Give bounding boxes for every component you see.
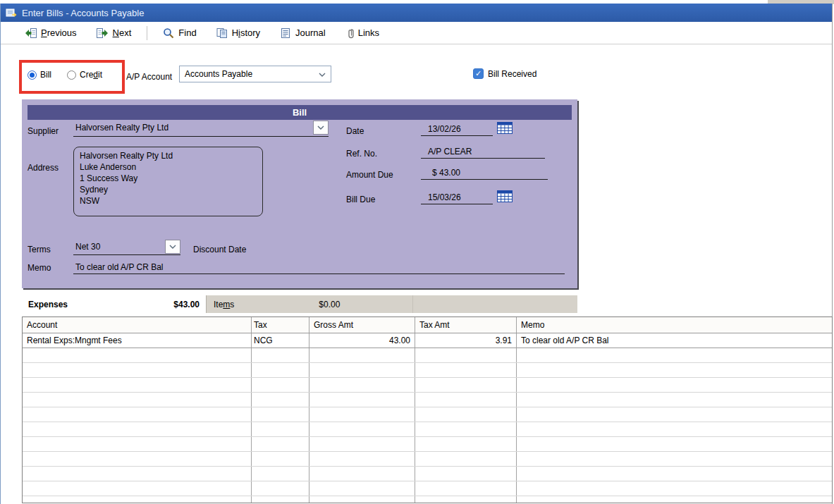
- history-button[interactable]: History: [215, 26, 262, 40]
- ap-account-dropdown[interactable]: Accounts Payable: [179, 66, 331, 82]
- tab-expenses[interactable]: Expenses $43.00: [22, 295, 207, 313]
- cell-memo[interactable]: [517, 363, 832, 377]
- cell-tax[interactable]: [252, 452, 309, 466]
- address-box[interactable]: Halvorsen Realty Pty LtdLuke Anderson1 S…: [73, 147, 263, 216]
- cell-account[interactable]: [23, 378, 252, 392]
- cell-tax_amt[interactable]: 3.91: [415, 333, 517, 348]
- cell-gross_amt[interactable]: 43.00: [309, 333, 415, 348]
- cell-tax_amt[interactable]: [415, 452, 517, 466]
- cell-memo[interactable]: [517, 481, 832, 496]
- column-header-memo[interactable]: Memo: [517, 317, 832, 333]
- cell-tax[interactable]: [252, 363, 309, 377]
- cell-gross_amt[interactable]: [309, 467, 415, 481]
- next-button[interactable]: Next: [95, 26, 133, 40]
- tab-items[interactable]: Items $0.00: [207, 295, 413, 313]
- cell-tax_amt[interactable]: [415, 407, 517, 422]
- cell-memo[interactable]: [517, 393, 832, 407]
- date-field[interactable]: 13/02/26: [421, 121, 493, 136]
- cell-tax[interactable]: NCG: [252, 333, 309, 348]
- cell-tax_amt[interactable]: [415, 422, 517, 436]
- bill-received-control[interactable]: [473, 68, 484, 79]
- table-row[interactable]: [23, 496, 832, 503]
- cell-account[interactable]: [23, 393, 252, 407]
- cell-tax[interactable]: [252, 496, 309, 503]
- cell-account[interactable]: [23, 467, 252, 481]
- cell-gross_amt[interactable]: [309, 452, 415, 466]
- previous-button[interactable]: Previous: [23, 26, 78, 40]
- cell-gross_amt[interactable]: [309, 393, 415, 407]
- cell-gross_amt[interactable]: [309, 422, 415, 436]
- cell-tax_amt[interactable]: [415, 378, 517, 392]
- terms-dropdown[interactable]: Net 30: [73, 239, 180, 255]
- cell-account[interactable]: [23, 363, 252, 377]
- cell-tax_amt[interactable]: [415, 437, 517, 451]
- bill-due-calendar-button[interactable]: [497, 190, 514, 203]
- cell-memo[interactable]: To clear old A/P CR Bal: [517, 333, 832, 348]
- cell-memo[interactable]: [517, 407, 832, 422]
- table-row[interactable]: [23, 422, 832, 437]
- cell-account[interactable]: [23, 496, 252, 503]
- table-row[interactable]: [23, 452, 832, 467]
- cell-memo[interactable]: [517, 422, 832, 436]
- cell-tax[interactable]: [252, 437, 309, 451]
- cell-gross_amt[interactable]: [309, 496, 415, 503]
- amount-due-field[interactable]: $ 43.00: [421, 164, 548, 180]
- cell-gross_amt[interactable]: [309, 407, 415, 422]
- cell-account[interactable]: [23, 481, 252, 496]
- cell-account[interactable]: [23, 407, 252, 422]
- bill-due-field[interactable]: 15/03/26: [421, 189, 493, 204]
- column-header-account[interactable]: Account: [23, 317, 252, 333]
- cell-tax_amt[interactable]: [415, 467, 517, 481]
- links-button[interactable]: Links: [344, 26, 381, 40]
- cell-account[interactable]: [23, 452, 252, 466]
- table-row[interactable]: [23, 378, 832, 393]
- table-row[interactable]: [23, 481, 832, 496]
- cell-gross_amt[interactable]: [309, 481, 415, 496]
- table-row[interactable]: [23, 393, 832, 407]
- cell-account[interactable]: [23, 348, 252, 362]
- cell-tax_amt[interactable]: [415, 496, 517, 503]
- cell-tax_amt[interactable]: [415, 363, 517, 377]
- table-row[interactable]: Rental Exps:Mngmt FeesNCG43.003.91To cle…: [23, 333, 832, 348]
- titlebar[interactable]: Enter Bills - Accounts Payable: [1, 4, 832, 22]
- cell-memo[interactable]: [517, 452, 832, 466]
- cell-tax[interactable]: [252, 422, 309, 436]
- table-row[interactable]: [23, 348, 832, 363]
- cell-tax[interactable]: [252, 481, 309, 496]
- cell-account[interactable]: [23, 422, 252, 436]
- cell-tax[interactable]: [252, 407, 309, 422]
- cell-memo[interactable]: [517, 378, 832, 392]
- memo-field[interactable]: To clear old A/P CR Bal: [73, 259, 565, 274]
- table-row[interactable]: [23, 363, 832, 378]
- cell-tax[interactable]: [252, 348, 309, 362]
- cell-memo[interactable]: [517, 496, 832, 503]
- bill-received-checkbox[interactable]: Bill Received: [473, 68, 536, 79]
- cell-gross_amt[interactable]: [309, 348, 415, 362]
- supplier-dropdown[interactable]: Halvorsen Realty Pty Ltd: [73, 119, 329, 137]
- cell-memo[interactable]: [517, 467, 832, 481]
- date-calendar-button[interactable]: [497, 121, 514, 135]
- cell-tax[interactable]: [252, 378, 309, 392]
- cell-tax_amt[interactable]: [415, 481, 517, 496]
- terms-dropdown-button[interactable]: [165, 240, 180, 254]
- cell-account[interactable]: Rental Exps:Mngmt Fees: [23, 333, 252, 348]
- table-row[interactable]: [23, 407, 832, 422]
- supplier-dropdown-button[interactable]: [313, 121, 329, 135]
- cell-gross_amt[interactable]: [309, 437, 415, 451]
- table-row[interactable]: [23, 437, 832, 452]
- cell-gross_amt[interactable]: [309, 378, 415, 392]
- ref-no-field[interactable]: A/P CLEAR: [421, 143, 545, 159]
- column-header-tax-amt[interactable]: Tax Amt: [415, 317, 517, 333]
- table-row[interactable]: [23, 467, 832, 481]
- cell-tax[interactable]: [252, 393, 309, 407]
- cell-memo[interactable]: [517, 348, 832, 362]
- cell-memo[interactable]: [517, 437, 832, 451]
- journal-button[interactable]: Journal: [278, 26, 327, 40]
- find-button[interactable]: Find: [161, 26, 197, 40]
- cell-tax[interactable]: [252, 467, 309, 481]
- cell-account[interactable]: [23, 437, 252, 451]
- cell-gross_amt[interactable]: [309, 363, 415, 377]
- cell-tax_amt[interactable]: [415, 348, 517, 362]
- column-header-tax[interactable]: Tax: [252, 317, 309, 333]
- cell-tax_amt[interactable]: [415, 393, 517, 407]
